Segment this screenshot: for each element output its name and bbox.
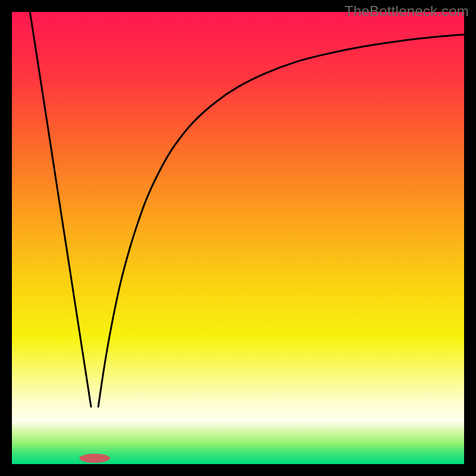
chart-root: TheBottleneck.com	[0, 0, 476, 476]
chart-background	[12, 12, 464, 464]
plot-area	[12, 12, 464, 464]
minimum-marker	[79, 454, 110, 463]
chart-svg	[12, 12, 464, 464]
watermark-text: TheBottleneck.com	[345, 3, 469, 20]
